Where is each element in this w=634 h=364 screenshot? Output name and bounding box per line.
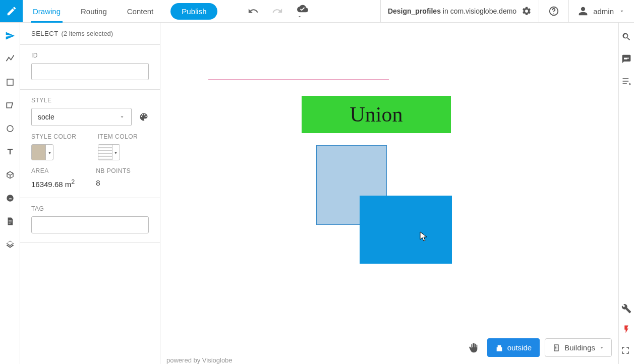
cloud-sync-button[interactable] <box>296 3 309 19</box>
nbpoints-label: NB POINTS <box>96 167 131 174</box>
user-icon <box>578 6 588 16</box>
document-context[interactable]: Design_profiles in com.visioglobe.demo <box>380 0 539 22</box>
canvas[interactable]: Union powered by Visioglobe <box>160 23 618 364</box>
svg-point-4 <box>7 195 14 202</box>
left-toolbar <box>0 23 20 364</box>
polyline-icon <box>5 54 15 64</box>
style-color-label: STYLE COLOR <box>31 133 77 140</box>
top-right-cluster: Design_profiles in com.visioglobe.demo a… <box>380 0 634 22</box>
style-value: socle <box>38 113 54 121</box>
tool-select[interactable] <box>4 30 16 42</box>
building-icon <box>495 344 503 352</box>
main-tabs: Drawing Routing Content <box>23 0 163 22</box>
help-button[interactable] <box>539 0 569 22</box>
tab-content[interactable]: Content <box>117 0 164 23</box>
tool-rectangle[interactable] <box>4 76 16 88</box>
properties-panel: SELECT (2 items selected) ID STYLE socle… <box>20 23 160 364</box>
svg-rect-2 <box>7 79 13 85</box>
area-value: 16349.68 m2 <box>31 178 75 189</box>
palette-icon[interactable] <box>139 112 149 122</box>
cube-icon <box>6 170 15 179</box>
chevron-down-icon <box>297 14 302 19</box>
doc-ctx: com.visioglobe.demo <box>450 7 517 15</box>
history-controls <box>248 0 309 22</box>
polygon-icon <box>5 100 15 110</box>
pan-button[interactable] <box>465 339 482 356</box>
undo-button[interactable] <box>248 6 259 17</box>
svg-point-3 <box>7 126 13 132</box>
chevron-down-icon <box>599 345 604 350</box>
tool-document[interactable] <box>4 215 16 227</box>
canvas-union-box[interactable]: Union <box>302 96 451 133</box>
chevron-down-icon <box>119 114 125 120</box>
id-input[interactable] <box>31 63 149 80</box>
comments-button[interactable] <box>621 54 631 64</box>
list-icon <box>621 76 631 86</box>
hand-icon <box>468 342 479 353</box>
user-menu[interactable]: admin <box>569 0 634 22</box>
style-color-swatch <box>32 145 46 160</box>
building-icon <box>552 344 560 352</box>
doc-title: Design_profiles <box>388 7 441 15</box>
tool-polygon[interactable] <box>4 99 16 111</box>
cursor-icon <box>5 31 15 41</box>
selection-header: SELECT (2 items selected) <box>20 23 160 45</box>
outside-button[interactable]: outside <box>487 338 540 357</box>
tool-image[interactable] <box>4 192 16 204</box>
search-button[interactable] <box>621 32 631 42</box>
document-icon <box>6 217 15 226</box>
style-select[interactable]: socle <box>31 108 132 126</box>
style-color-picker[interactable]: ▾ <box>31 144 53 160</box>
tag-input[interactable] <box>31 216 149 233</box>
style-label: STYLE <box>31 97 149 104</box>
layers-icon <box>6 240 15 249</box>
app-logo-edit[interactable] <box>0 0 23 22</box>
select-label: SELECT <box>31 30 59 37</box>
select-count: (2 items selected) <box>62 30 113 37</box>
item-color-label: ITEM COLOR <box>98 133 138 140</box>
canvas-line[interactable] <box>208 79 389 80</box>
item-color-picker[interactable]: ▾ <box>98 144 120 160</box>
svg-rect-5 <box>554 345 558 351</box>
chat-icon <box>621 54 631 64</box>
tag-label: TAG <box>31 205 149 212</box>
tab-drawing[interactable]: Drawing <box>23 0 71 23</box>
tool-layers[interactable] <box>4 238 16 251</box>
search-icon <box>621 32 631 42</box>
buildings-dropdown[interactable]: Buildings <box>545 338 612 357</box>
section-tag: TAG <box>20 198 160 243</box>
tab-routing[interactable]: Routing <box>71 0 117 23</box>
bottom-controls: outside Buildings <box>465 338 612 357</box>
nbpoints-value: 8 <box>96 178 131 187</box>
tool-circle[interactable] <box>4 123 16 135</box>
outside-label: outside <box>507 343 532 352</box>
square-icon <box>6 78 15 87</box>
gear-icon[interactable] <box>522 6 532 16</box>
pencil-icon <box>6 6 17 17</box>
buildings-label: Buildings <box>564 343 595 352</box>
canvas-rect-dark[interactable] <box>360 196 452 264</box>
flash-button[interactable] <box>622 325 631 334</box>
section-style: STYLE socle STYLE COLOR ▾ ITEM COLOR <box>20 90 160 198</box>
list-button[interactable] <box>621 76 631 86</box>
tools-button[interactable] <box>621 304 631 314</box>
undo-icon <box>248 6 259 17</box>
redo-icon <box>272 6 283 17</box>
doc-ctx-prefix: in <box>441 7 450 15</box>
fullscreen-button[interactable] <box>621 346 630 355</box>
user-name: admin <box>593 7 614 16</box>
union-label: Union <box>350 102 403 127</box>
id-label: ID <box>31 52 149 59</box>
wrench-icon <box>621 304 631 314</box>
circle-icon <box>6 124 15 133</box>
redo-button[interactable] <box>272 6 283 17</box>
image-icon <box>6 194 15 203</box>
publish-button[interactable]: Publish <box>170 3 217 20</box>
tool-line[interactable] <box>4 53 16 65</box>
tool-3d[interactable] <box>4 169 16 181</box>
section-id: ID <box>20 45 160 90</box>
tool-text[interactable] <box>4 146 16 158</box>
right-toolbar <box>618 23 634 364</box>
footer-credit: powered by Visioglobe <box>166 356 233 364</box>
svg-point-1 <box>553 13 554 14</box>
